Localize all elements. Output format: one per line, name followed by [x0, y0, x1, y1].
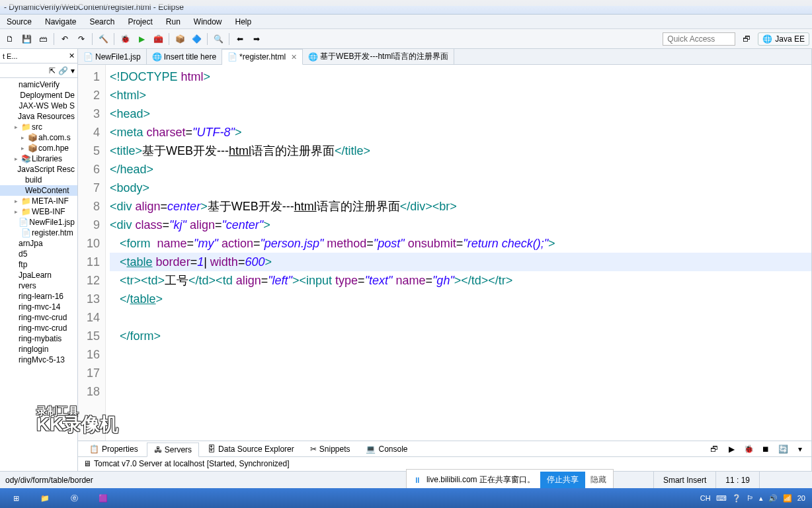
bottom-tab-console[interactable]: 💻 Console: [358, 442, 415, 456]
file-icon: 📄: [227, 52, 237, 62]
package-icon[interactable]: 📦: [173, 32, 187, 46]
editor-tab[interactable]: 🌐Insert title here: [147, 49, 222, 64]
editor-tab[interactable]: 📄*register.html✕: [222, 49, 303, 65]
menu-navigate[interactable]: Navigate: [38, 17, 83, 26]
server-tool-icon[interactable]: ▶: [724, 442, 739, 456]
tree-item[interactable]: Java Resources: [0, 111, 77, 122]
tray-flag-icon[interactable]: 🏳: [747, 494, 754, 502]
tree-item[interactable]: d5: [0, 249, 77, 259]
stop-share-button[interactable]: 停止共享: [540, 472, 585, 488]
editor-tab[interactable]: 🌐基于WEB开发---html语言的注册界面: [303, 49, 454, 64]
code-editor[interactable]: 123456789101112131415161718 <!DOCTYPE ht…: [78, 65, 811, 441]
tree-item[interactable]: 📄NewFile1.jsp: [0, 217, 77, 228]
tree-item[interactable]: arnJpa: [0, 238, 77, 249]
eclipse-icon[interactable]: 🟪: [90, 489, 116, 507]
tree-item[interactable]: rvers: [0, 280, 77, 291]
toolbar: 🗋 💾 🗃 ↶ ↷ 🔨 🐞 ▶ 🧰 📦 🔷 🔍 ⬅ ➡ 🗗 🌐 Java EE: [0, 29, 812, 49]
run-icon[interactable]: ▶: [134, 32, 149, 46]
perspective-button[interactable]: 🌐 Java EE: [758, 32, 809, 46]
close-tab-icon[interactable]: ✕: [288, 53, 297, 62]
tray-keyboard-icon[interactable]: ⌨: [716, 494, 727, 503]
bottom-tab-snippets[interactable]: ✂ Snippets: [303, 442, 358, 456]
bottom-tab-properties[interactable]: 📋 Properties: [82, 442, 145, 456]
open-perspective-icon[interactable]: 🗗: [739, 32, 754, 46]
tree-item[interactable]: JavaScript Resc: [0, 164, 77, 175]
server-tool-icon[interactable]: 🐞: [741, 442, 756, 456]
server-tool-icon[interactable]: ⏹: [758, 442, 773, 456]
run-ext-icon[interactable]: 🧰: [151, 32, 165, 46]
tree-item[interactable]: WebContent: [0, 185, 77, 196]
menu-help[interactable]: Help: [229, 17, 259, 26]
tray-sound-icon[interactable]: 🔊: [768, 494, 778, 503]
nav-back-icon[interactable]: ⬅: [233, 32, 247, 46]
save-all-icon[interactable]: 🗃: [36, 32, 50, 46]
status-insert-mode: Smart Insert: [653, 472, 715, 489]
ie-icon[interactable]: ⓔ: [61, 489, 87, 507]
type-icon[interactable]: 🔷: [189, 32, 204, 46]
tree-item[interactable]: ring-mvc-crud: [0, 323, 77, 333]
hide-share-button[interactable]: 隐藏: [590, 474, 606, 486]
tree-item[interactable]: Deployment De: [0, 90, 77, 101]
code-content[interactable]: <!DOCTYPE html><html><head><meta charset…: [106, 65, 811, 441]
menu-run[interactable]: Run: [159, 17, 187, 26]
menu-source[interactable]: Source: [0, 17, 38, 26]
close-view-icon[interactable]: ✕: [69, 52, 75, 60]
tree-item[interactable]: JAX-WS Web S: [0, 101, 77, 111]
tree-item[interactable]: ringMvc-5-13: [0, 355, 77, 365]
tree-item[interactable]: namicVerify: [0, 79, 77, 90]
debug-icon[interactable]: 🐞: [118, 32, 132, 46]
tree-item[interactable]: ring-mybatis: [0, 333, 77, 344]
tree-item[interactable]: ring-mvc-crud: [0, 312, 77, 323]
nav-fwd-icon[interactable]: ➡: [249, 32, 264, 46]
server-tool-icon[interactable]: 🗗: [707, 442, 721, 456]
undo-icon[interactable]: ↶: [58, 32, 72, 46]
tray-network-icon[interactable]: 📶: [783, 494, 792, 503]
tree-item[interactable]: ringlogin: [0, 344, 77, 355]
tree-item[interactable]: build: [0, 175, 77, 185]
tray-time[interactable]: 20: [797, 494, 805, 502]
menu-window[interactable]: Window: [187, 17, 229, 26]
line-gutter: 123456789101112131415161718: [78, 65, 106, 441]
tree-item[interactable]: ftp: [0, 259, 77, 270]
file-icon: 📄: [83, 52, 93, 62]
server-status-text[interactable]: Tomcat v7.0 Server at localhost [Started…: [94, 459, 289, 468]
view-menu-icon[interactable]: ▾: [71, 66, 75, 75]
tree-item[interactable]: ▸📚Libraries: [0, 153, 77, 164]
project-tree[interactable]: namicVerifyDeployment DeJAX-WS Web SJava…: [0, 78, 77, 471]
explorer-icon[interactable]: 📁: [32, 489, 58, 507]
tree-item[interactable]: ▸📦ah.com.s: [0, 132, 77, 143]
quick-access-input[interactable]: [663, 32, 735, 46]
editor-tab[interactable]: 📄NewFile1.jsp: [78, 49, 147, 64]
redo-icon[interactable]: ↷: [74, 32, 89, 46]
menu-project[interactable]: Project: [121, 17, 159, 26]
link-editor-icon[interactable]: 🔗: [58, 66, 68, 75]
ime-indicator[interactable]: CH: [700, 494, 711, 502]
start-button[interactable]: ⊞: [3, 489, 29, 507]
tree-item[interactable]: ▸📁src: [0, 122, 77, 132]
tab-icon: ✂: [310, 444, 317, 454]
build-icon[interactable]: 🔨: [96, 32, 110, 46]
new-icon[interactable]: 🗋: [3, 32, 17, 46]
bottom-tab-data-source-explorer[interactable]: 🗄 Data Source Explorer: [200, 442, 302, 456]
file-icon: 🌐: [308, 52, 317, 62]
server-tool-icon[interactable]: 🔄: [776, 442, 790, 456]
tree-item[interactable]: ▸📁META-INF: [0, 196, 77, 206]
explorer-tab[interactable]: t E...: [3, 52, 18, 60]
collapse-all-icon[interactable]: ⇱: [49, 66, 56, 75]
tree-item[interactable]: ring-learn-16: [0, 291, 77, 302]
tree-item[interactable]: ring-mvc-14: [0, 302, 77, 312]
save-icon[interactable]: 💾: [19, 32, 34, 46]
bottom-tab-servers[interactable]: 🖧 Servers: [147, 443, 199, 457]
search-icon[interactable]: 🔍: [211, 32, 225, 46]
tree-item[interactable]: ▸📦com.hpe: [0, 143, 77, 153]
tray-help-icon[interactable]: ❔: [732, 494, 741, 503]
tray-up-icon[interactable]: ▴: [759, 494, 763, 503]
tree-item[interactable]: 📄register.htm: [0, 228, 77, 238]
tree-item[interactable]: JpaLearn: [0, 270, 77, 280]
status-cursor-pos: 11 : 19: [715, 472, 759, 489]
pause-icon[interactable]: ⏸: [413, 476, 421, 485]
share-text: live.bilibili.com 正在共享窗口。: [426, 474, 535, 486]
server-tool-icon[interactable]: ▾: [793, 442, 807, 456]
tree-item[interactable]: ▸📁WEB-INF: [0, 206, 77, 217]
menu-search[interactable]: Search: [83, 17, 121, 26]
